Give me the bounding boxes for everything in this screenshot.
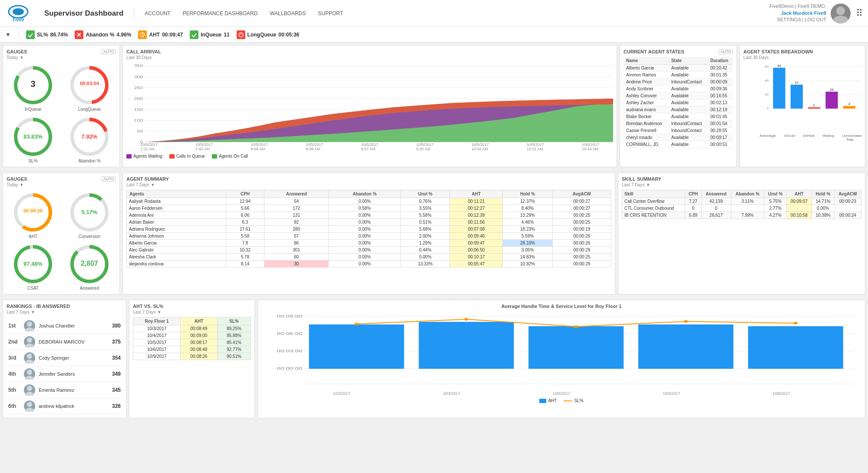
aht-chart-panel: Average Handle Time & Service Level for …: [257, 300, 865, 418]
gauge-abandon: 7.92% Abandon %: [63, 115, 116, 163]
skill-summary-title: SKILL SUMMARY: [622, 176, 861, 182]
gauge-aht-label: AHT: [29, 234, 37, 239]
abandon-value: 4.96%: [116, 32, 131, 38]
gauges1-subtitle: Today ▼: [7, 55, 116, 60]
longqueue-label: LongQueue: [248, 32, 277, 38]
gauge-aht: 00:08:26 AHT: [7, 191, 59, 239]
agent-summary-row: Aaliyah Rodasta 12.94 54 0.00% 0.76% 00:…: [127, 198, 611, 205]
svg-point-100: [354, 323, 359, 325]
nav-performance[interactable]: PERFORMANCE DASHBOARD: [183, 10, 258, 17]
agent-summary-row: Adrianna Johnson 5.58 57 0.00% 2.00% 00:…: [127, 233, 611, 240]
svg-point-68: [27, 321, 32, 327]
agent-state-row: Cassie Presnell InboundContact 00:28:55: [624, 127, 733, 134]
svg-text:4: 4: [848, 102, 851, 106]
svg-text:250: 250: [134, 86, 143, 90]
avatar: [831, 3, 851, 23]
gauge-sl-label: SL%: [28, 159, 37, 163]
longqueue-value: 00:05:36: [278, 32, 299, 38]
svg-point-4: [833, 16, 848, 23]
call-arrival-title: CALL ARRIVAL: [126, 49, 613, 54]
agent-summary-row: Ademola Are 6.06 131 0.00% 5.58% 00:12:3…: [127, 212, 611, 219]
svg-line-7: [142, 35, 144, 36]
svg-text:100: 100: [134, 118, 143, 122]
status-bar: ▼ | SL% 86.74% Abandon % 4.96% AHT 00:09…: [0, 27, 868, 43]
skill-summary-table: Skill CPH Answered Abandon % Unvl % AHT …: [622, 190, 861, 219]
aht-vs-sl-panel: AHT VS. SL% Last 7 Days ▼ Roy Floor 1 AH…: [129, 300, 255, 418]
rank-name: andrew kilpatrick: [39, 404, 109, 409]
status-inqueue: InQueue 11: [190, 30, 229, 39]
agent-state-row: Alberto Garcia Available 00:20:42: [624, 65, 733, 72]
inqueue-label: InQueue: [201, 32, 221, 38]
svg-text:00:03:00: 00:03:00: [277, 349, 302, 353]
svg-text:37: 37: [795, 81, 799, 85]
nav-wallboards[interactable]: WALLBOARDS: [270, 10, 306, 17]
svg-rect-98: [638, 324, 733, 369]
status-divider-0: |: [18, 32, 19, 37]
nav-title: Supervisor Dashboard: [44, 9, 134, 18]
rank-num: 5th: [8, 387, 20, 393]
svg-rect-50: [808, 107, 820, 109]
rank-score: 375: [112, 339, 121, 345]
svg-point-103: [683, 320, 688, 323]
agent-state-row: Andy Scribner Available 00:09:36: [624, 86, 733, 93]
current-agent-states-panel: CURRENT AGENT STATES AUTO Name State Dur…: [620, 45, 737, 167]
agent-state-row: audriana evans Available 00:12:19: [624, 106, 733, 113]
call-arrival-panel: CALL ARRIVAL Last 30 Days 350 300 250 20…: [122, 45, 617, 167]
aht-chart-legend: AHT SL%: [261, 398, 861, 403]
rankings-title: RANKINGS - IB ANSWERED: [7, 304, 122, 309]
svg-rect-54: [843, 106, 855, 109]
svg-text:5.17%: 5.17%: [82, 209, 98, 215]
agent-state-row: Andrew Price InboundContact 00:00:09: [624, 79, 733, 86]
dropdown-arrow[interactable]: ▼: [5, 31, 11, 38]
skill-summary-panel: SKILL SUMMARY Last 7 Days ▼ Skill CPH An…: [618, 172, 865, 294]
status-longqueue: LongQueue 00:05:36: [237, 30, 300, 39]
svg-rect-46: [773, 68, 785, 109]
gauges2-subtitle: Today ▼: [7, 182, 116, 187]
gauge-inqueue-label: InQueue: [25, 107, 41, 112]
rank-num: 3rd: [8, 355, 20, 361]
aht-sl-row: 10/6/2017 00:08:48 92.77%: [133, 346, 251, 353]
aht-sl-table: Roy Floor 1 AHT SL% 10/3/2017 00:08:49 8…: [133, 317, 251, 360]
svg-point-76: [27, 386, 32, 391]
rank-name: Emerita Ramirez: [39, 387, 109, 393]
gauge-csat: 97.48% CSAT: [7, 242, 59, 291]
agent-summary-title: AGENT SUMMARY: [126, 176, 611, 182]
skill-summary-subtitle: Last 7 Days ▼: [622, 182, 861, 187]
ranking-item: 1st Joshua Chandler 380: [7, 318, 122, 334]
svg-text:26: 26: [830, 88, 834, 92]
gauge-csat-label: CSAT: [27, 286, 39, 291]
svg-point-78: [27, 402, 32, 407]
agent-state-row: Ammon Ramos Available 00:01:35: [624, 72, 733, 79]
apps-icon[interactable]: ⠿: [856, 8, 863, 19]
rankings-subtitle: Last 7 Days ▼: [7, 310, 122, 314]
status-abandon: Abandon % 4.96%: [75, 30, 131, 39]
agent-state-row: cheryl rosado Available 00:09:17: [624, 134, 733, 141]
breakdown-title: AGENT STATES BREAKDOWN: [743, 49, 861, 54]
agent-state-row: Brendan Anderson InboundContact 00:01:54: [624, 120, 733, 127]
gauge-conversion-label: Conversion: [79, 234, 101, 239]
call-arrival-legend: Agents Waiting Calls In Queue Agents On …: [126, 154, 613, 159]
agent-state-row: Ashley Zacher Available 00:02:13: [624, 99, 733, 106]
gauge-sl: 83.83% SL%: [7, 115, 59, 163]
nav-links: ACCOUNT PERFORMANCE DASHBOARD WALLBOARDS…: [145, 10, 769, 17]
ranking-item: 5th Emerita Ramirez 345: [7, 382, 122, 398]
agent-summary-row: Aaron Feddersen 5.66 172 0.58% 3.55% 00:…: [127, 205, 611, 212]
nav-account[interactable]: ACCOUNT: [145, 10, 170, 17]
rank-avatar: [24, 368, 35, 380]
aht-sl-row: 10/5/2017 00:08:17 85.41%: [133, 339, 251, 346]
user-name[interactable]: Jack Murdock Five9: [769, 10, 826, 17]
svg-point-75: [25, 376, 34, 380]
svg-rect-95: [309, 324, 404, 369]
agent-states-breakdown-panel: AGENT STATES BREAKDOWN Last 30 Days 60 4…: [739, 45, 865, 167]
skill-summary-row: IB CRIS RETENTION 6.89 28,617 7.99% 4.27…: [622, 212, 861, 219]
svg-point-79: [25, 408, 34, 412]
user-links: SETTINGS | LOG OUT: [769, 17, 826, 23]
svg-text:0: 0: [140, 140, 143, 144]
svg-rect-96: [419, 322, 514, 369]
svg-text:00:09:00: 00:09:00: [277, 314, 302, 318]
sl-label: SL%: [37, 32, 48, 38]
svg-text:200: 200: [134, 96, 143, 101]
gauges1-title: GAUGES: [7, 49, 27, 54]
nav-support[interactable]: SUPPORT: [318, 10, 343, 17]
svg-text:00:00:00: 00:00:00: [277, 366, 302, 370]
